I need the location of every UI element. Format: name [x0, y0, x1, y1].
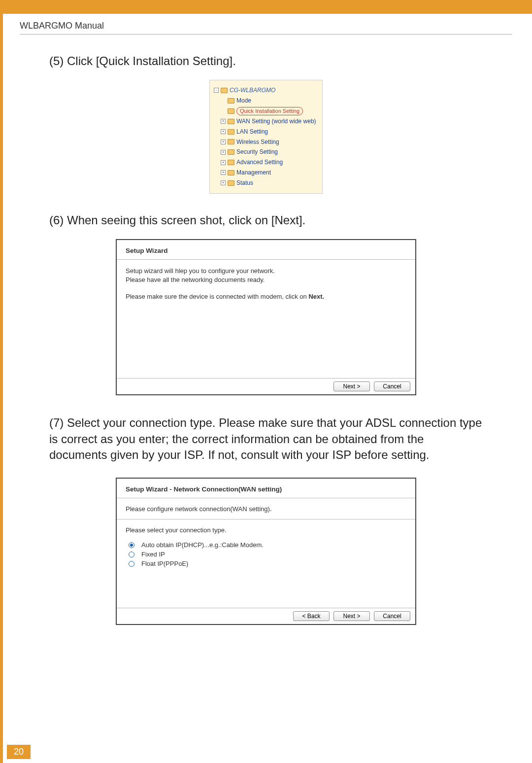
next-button[interactable]: Next >	[333, 382, 370, 391]
collapse-icon: -	[214, 88, 219, 93]
option-label: Float IP(PPPoE)	[141, 560, 188, 567]
wizard-text: Please make sure the device is connected…	[126, 293, 308, 300]
tree-item: + LAN Setting	[214, 127, 318, 137]
document-header: WLBARGMO Manual	[20, 21, 512, 31]
step-7-text: (7) Select your connection type. Please …	[49, 415, 483, 463]
cancel-button[interactable]: Cancel	[374, 611, 410, 621]
folder-icon	[228, 170, 234, 175]
tree-item-label: Advanced Setting	[236, 158, 283, 167]
folder-icon	[228, 108, 234, 114]
step-6-text: (6) When seeing this screen shot, click …	[49, 213, 512, 227]
option-label: Fixed IP	[141, 551, 165, 558]
expand-icon: +	[221, 129, 226, 134]
radio-icon	[129, 552, 134, 557]
divider	[117, 519, 415, 520]
expand-icon: +	[221, 119, 226, 124]
page-number: 20	[7, 745, 31, 759]
radio-selected-icon	[129, 542, 134, 548]
tree-item: + Wireless Setting	[214, 137, 318, 147]
wizard-text: Setup wizard will hlep you to configure …	[126, 267, 275, 275]
expand-icon: +	[221, 180, 226, 185]
setup-wizard-dialog-1: Setup Wizard Setup wizard will hlep you …	[116, 239, 416, 396]
wizard-subtitle: Please configure network connection(WAN …	[126, 505, 406, 513]
wizard-prompt: Please select your connection type.	[126, 526, 406, 534]
wizard-title: Setup Wizard - Network Connection(WAN se…	[126, 486, 406, 493]
folder-icon	[228, 129, 234, 135]
tree-item: + Management	[214, 168, 318, 178]
folder-icon	[228, 119, 234, 124]
connection-option[interactable]: Fixed IP	[126, 550, 406, 559]
expand-icon: +	[221, 139, 226, 144]
setup-wizard-dialog-2: Setup Wizard - Network Connection(WAN se…	[116, 478, 416, 625]
tree-item-label: WAN Setting (world wide web)	[236, 117, 316, 126]
tree-item: + WAN Setting (world wide web)	[214, 116, 318, 127]
wizard-text-bold: Next.	[308, 293, 324, 300]
expand-icon: +	[221, 150, 226, 155]
tree-item-label: Wireless Setting	[236, 138, 279, 146]
wizard-footer: < Back Next > Cancel	[117, 608, 415, 624]
wizard-text: Please have all the networking documents…	[126, 276, 265, 283]
step-5-text: (5) Click [Quick Installation Setting].	[49, 54, 512, 68]
tree-item-label: Mode	[236, 97, 251, 105]
folder-icon	[228, 98, 234, 104]
nav-tree-screenshot: - CG-WLBARGMO Mode Quick Installation Se…	[209, 80, 323, 194]
tree-item-label-highlighted: Quick Installation Setting	[236, 107, 303, 115]
wizard-footer: Next > Cancel	[117, 378, 415, 394]
radio-icon	[129, 561, 134, 567]
tree-item-label: Status	[236, 179, 253, 187]
folder-icon	[228, 180, 234, 186]
top-accent-bar	[0, 0, 532, 14]
cancel-button[interactable]: Cancel	[374, 382, 410, 391]
page-content: WLBARGMO Manual (5) Click [Quick Install…	[0, 14, 532, 763]
connection-option[interactable]: Float IP(PPPoE)	[126, 559, 406, 568]
folder-icon	[228, 149, 234, 155]
tree-root-label: CG-WLBARGMO	[230, 86, 275, 95]
expand-icon: +	[221, 160, 226, 165]
divider	[117, 259, 415, 260]
tree-root: - CG-WLBARGMO	[214, 85, 318, 96]
tree-item: Mode	[214, 96, 318, 106]
folder-icon	[221, 88, 228, 93]
tree-item: + Status	[214, 178, 318, 188]
tree-item-label: LAN Setting	[236, 128, 268, 136]
option-label: Auto obtain IP(DHCP)...e.g.:Cable Modem.	[141, 541, 264, 549]
back-button[interactable]: < Back	[293, 611, 330, 621]
tree-item: + Advanced Setting	[214, 157, 318, 168]
folder-icon	[228, 160, 234, 165]
next-button[interactable]: Next >	[333, 611, 370, 621]
connection-option[interactable]: Auto obtain IP(DHCP)...e.g.:Cable Modem.	[126, 540, 406, 550]
header-divider	[20, 34, 512, 35]
divider	[117, 498, 415, 498]
tree-item-label: Security Setting	[236, 148, 278, 156]
expand-icon: +	[221, 170, 226, 175]
tree-item: + Security Setting	[214, 147, 318, 157]
tree-item-quick-install: Quick Installation Setting	[214, 106, 318, 116]
folder-icon	[228, 139, 234, 144]
tree-item-label: Management	[236, 169, 271, 177]
wizard-title: Setup Wizard	[126, 247, 406, 254]
